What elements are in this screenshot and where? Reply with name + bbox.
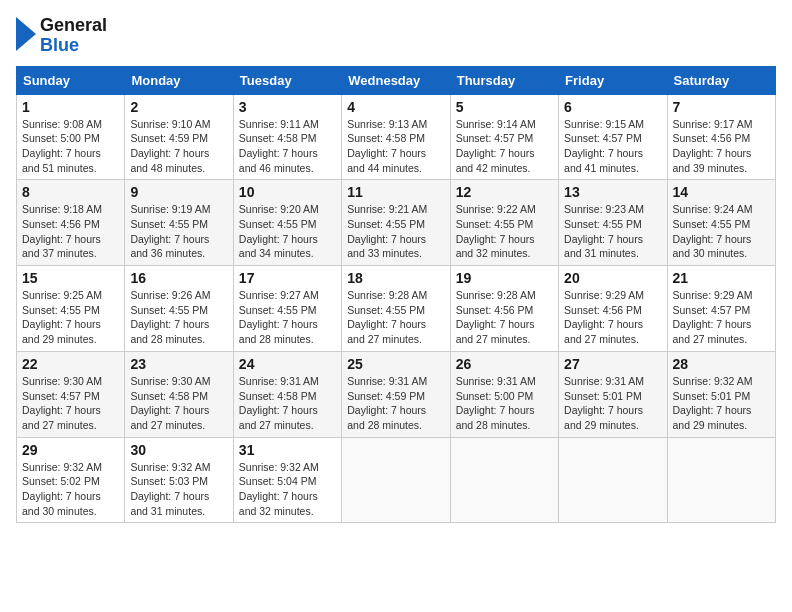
calendar-day-cell: 1 Sunrise: 9:08 AMSunset: 5:00 PMDayligh… — [17, 94, 125, 180]
logo-icon-container — [16, 17, 36, 55]
day-number: 27 — [564, 356, 661, 372]
day-number: 6 — [564, 99, 661, 115]
calendar-day-header: Saturday — [667, 66, 775, 94]
calendar-day-cell: 15 Sunrise: 9:25 AMSunset: 4:55 PMDaylig… — [17, 266, 125, 352]
calendar-week-row: 1 Sunrise: 9:08 AMSunset: 5:00 PMDayligh… — [17, 94, 776, 180]
logo-text-blue: Blue — [40, 36, 107, 56]
day-info: Sunrise: 9:32 AMSunset: 5:01 PMDaylight:… — [673, 374, 770, 433]
day-info: Sunrise: 9:31 AMSunset: 4:58 PMDaylight:… — [239, 374, 336, 433]
day-number: 22 — [22, 356, 119, 372]
calendar-week-row: 15 Sunrise: 9:25 AMSunset: 4:55 PMDaylig… — [17, 266, 776, 352]
day-number: 3 — [239, 99, 336, 115]
day-number: 21 — [673, 270, 770, 286]
day-number: 29 — [22, 442, 119, 458]
day-info: Sunrise: 9:14 AMSunset: 4:57 PMDaylight:… — [456, 117, 553, 176]
day-number: 13 — [564, 184, 661, 200]
day-info: Sunrise: 9:22 AMSunset: 4:55 PMDaylight:… — [456, 202, 553, 261]
calendar-day-cell: 3 Sunrise: 9:11 AMSunset: 4:58 PMDayligh… — [233, 94, 341, 180]
day-number: 18 — [347, 270, 444, 286]
day-number: 14 — [673, 184, 770, 200]
day-number: 15 — [22, 270, 119, 286]
day-number: 28 — [673, 356, 770, 372]
day-info: Sunrise: 9:21 AMSunset: 4:55 PMDaylight:… — [347, 202, 444, 261]
calendar-day-cell: 12 Sunrise: 9:22 AMSunset: 4:55 PMDaylig… — [450, 180, 558, 266]
calendar-day-cell: 7 Sunrise: 9:17 AMSunset: 4:56 PMDayligh… — [667, 94, 775, 180]
day-number: 9 — [130, 184, 227, 200]
calendar-day-cell: 19 Sunrise: 9:28 AMSunset: 4:56 PMDaylig… — [450, 266, 558, 352]
calendar-day-cell: 22 Sunrise: 9:30 AMSunset: 4:57 PMDaylig… — [17, 351, 125, 437]
calendar-day-cell: 25 Sunrise: 9:31 AMSunset: 4:59 PMDaylig… — [342, 351, 450, 437]
day-info: Sunrise: 9:28 AMSunset: 4:56 PMDaylight:… — [456, 288, 553, 347]
calendar-day-cell: 17 Sunrise: 9:27 AMSunset: 4:55 PMDaylig… — [233, 266, 341, 352]
day-info: Sunrise: 9:18 AMSunset: 4:56 PMDaylight:… — [22, 202, 119, 261]
day-number: 30 — [130, 442, 227, 458]
calendar-day-cell: 2 Sunrise: 9:10 AMSunset: 4:59 PMDayligh… — [125, 94, 233, 180]
day-info: Sunrise: 9:20 AMSunset: 4:55 PMDaylight:… — [239, 202, 336, 261]
calendar-week-row: 22 Sunrise: 9:30 AMSunset: 4:57 PMDaylig… — [17, 351, 776, 437]
day-info: Sunrise: 9:11 AMSunset: 4:58 PMDaylight:… — [239, 117, 336, 176]
calendar-day-cell — [450, 437, 558, 523]
calendar-day-cell — [342, 437, 450, 523]
calendar-day-cell: 24 Sunrise: 9:31 AMSunset: 4:58 PMDaylig… — [233, 351, 341, 437]
day-info: Sunrise: 9:32 AMSunset: 5:04 PMDaylight:… — [239, 460, 336, 519]
calendar-day-header: Monday — [125, 66, 233, 94]
day-number: 31 — [239, 442, 336, 458]
svg-marker-0 — [16, 17, 36, 51]
day-info: Sunrise: 9:23 AMSunset: 4:55 PMDaylight:… — [564, 202, 661, 261]
day-info: Sunrise: 9:29 AMSunset: 4:56 PMDaylight:… — [564, 288, 661, 347]
day-number: 17 — [239, 270, 336, 286]
day-number: 4 — [347, 99, 444, 115]
day-info: Sunrise: 9:26 AMSunset: 4:55 PMDaylight:… — [130, 288, 227, 347]
logo: General Blue — [16, 16, 107, 56]
day-number: 16 — [130, 270, 227, 286]
day-info: Sunrise: 9:31 AMSunset: 4:59 PMDaylight:… — [347, 374, 444, 433]
calendar-day-cell: 23 Sunrise: 9:30 AMSunset: 4:58 PMDaylig… — [125, 351, 233, 437]
day-number: 11 — [347, 184, 444, 200]
day-info: Sunrise: 9:19 AMSunset: 4:55 PMDaylight:… — [130, 202, 227, 261]
calendar-day-header: Tuesday — [233, 66, 341, 94]
day-number: 1 — [22, 99, 119, 115]
calendar-day-cell: 14 Sunrise: 9:24 AMSunset: 4:55 PMDaylig… — [667, 180, 775, 266]
calendar-day-cell: 11 Sunrise: 9:21 AMSunset: 4:55 PMDaylig… — [342, 180, 450, 266]
day-info: Sunrise: 9:10 AMSunset: 4:59 PMDaylight:… — [130, 117, 227, 176]
calendar-day-cell: 5 Sunrise: 9:14 AMSunset: 4:57 PMDayligh… — [450, 94, 558, 180]
day-number: 26 — [456, 356, 553, 372]
calendar-day-cell: 26 Sunrise: 9:31 AMSunset: 5:00 PMDaylig… — [450, 351, 558, 437]
calendar-table: SundayMondayTuesdayWednesdayThursdayFrid… — [16, 66, 776, 524]
page-header: General Blue — [16, 16, 776, 56]
day-number: 7 — [673, 99, 770, 115]
day-info: Sunrise: 9:30 AMSunset: 4:57 PMDaylight:… — [22, 374, 119, 433]
logo-chevron-icon — [16, 17, 36, 51]
calendar-day-cell: 27 Sunrise: 9:31 AMSunset: 5:01 PMDaylig… — [559, 351, 667, 437]
calendar-day-header: Sunday — [17, 66, 125, 94]
day-info: Sunrise: 9:15 AMSunset: 4:57 PMDaylight:… — [564, 117, 661, 176]
day-info: Sunrise: 9:27 AMSunset: 4:55 PMDaylight:… — [239, 288, 336, 347]
calendar-day-cell: 8 Sunrise: 9:18 AMSunset: 4:56 PMDayligh… — [17, 180, 125, 266]
calendar-day-cell — [559, 437, 667, 523]
calendar-day-cell: 4 Sunrise: 9:13 AMSunset: 4:58 PMDayligh… — [342, 94, 450, 180]
day-info: Sunrise: 9:24 AMSunset: 4:55 PMDaylight:… — [673, 202, 770, 261]
day-info: Sunrise: 9:31 AMSunset: 5:00 PMDaylight:… — [456, 374, 553, 433]
day-number: 2 — [130, 99, 227, 115]
calendar-day-header: Thursday — [450, 66, 558, 94]
day-number: 23 — [130, 356, 227, 372]
calendar-header-row: SundayMondayTuesdayWednesdayThursdayFrid… — [17, 66, 776, 94]
calendar-day-cell: 28 Sunrise: 9:32 AMSunset: 5:01 PMDaylig… — [667, 351, 775, 437]
calendar-day-header: Friday — [559, 66, 667, 94]
logo-text-general: General — [40, 16, 107, 36]
day-info: Sunrise: 9:32 AMSunset: 5:02 PMDaylight:… — [22, 460, 119, 519]
calendar-day-cell: 21 Sunrise: 9:29 AMSunset: 4:57 PMDaylig… — [667, 266, 775, 352]
calendar-week-row: 29 Sunrise: 9:32 AMSunset: 5:02 PMDaylig… — [17, 437, 776, 523]
day-number: 12 — [456, 184, 553, 200]
day-info: Sunrise: 9:17 AMSunset: 4:56 PMDaylight:… — [673, 117, 770, 176]
day-info: Sunrise: 9:30 AMSunset: 4:58 PMDaylight:… — [130, 374, 227, 433]
day-number: 19 — [456, 270, 553, 286]
day-number: 8 — [22, 184, 119, 200]
day-info: Sunrise: 9:13 AMSunset: 4:58 PMDaylight:… — [347, 117, 444, 176]
day-info: Sunrise: 9:29 AMSunset: 4:57 PMDaylight:… — [673, 288, 770, 347]
day-number: 5 — [456, 99, 553, 115]
day-number: 10 — [239, 184, 336, 200]
day-info: Sunrise: 9:25 AMSunset: 4:55 PMDaylight:… — [22, 288, 119, 347]
calendar-day-cell: 18 Sunrise: 9:28 AMSunset: 4:55 PMDaylig… — [342, 266, 450, 352]
calendar-day-cell: 16 Sunrise: 9:26 AMSunset: 4:55 PMDaylig… — [125, 266, 233, 352]
